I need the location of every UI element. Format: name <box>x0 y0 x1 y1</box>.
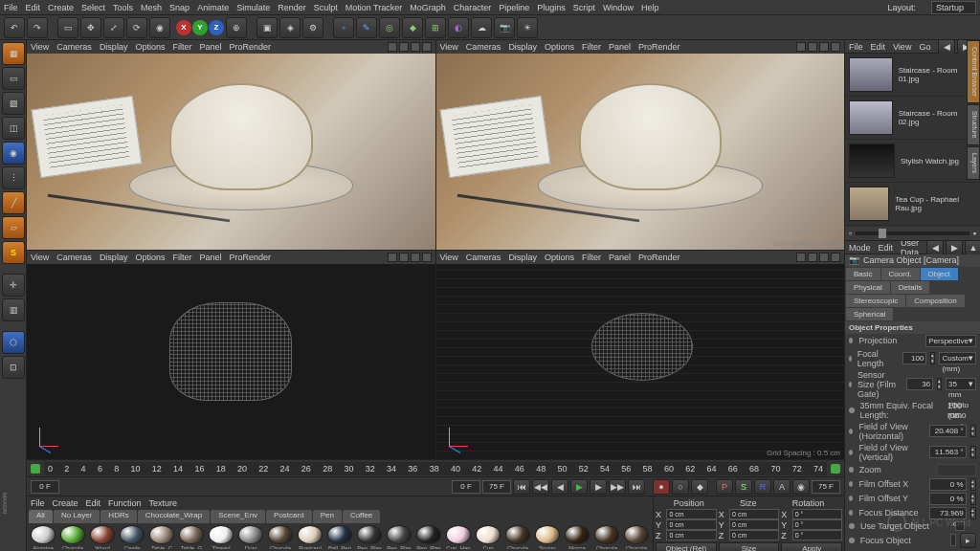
add-nurbs-button[interactable]: ◎ <box>379 17 400 38</box>
spinner[interactable]: ▴▾ <box>970 507 976 519</box>
menu-script[interactable]: Script <box>573 3 595 12</box>
material-item[interactable]: Pen_Plas <box>355 525 384 549</box>
menu-render[interactable]: Render <box>278 3 306 12</box>
pick-button[interactable]: ▸ <box>960 533 976 548</box>
x-axis-icon[interactable]: X <box>176 20 191 35</box>
attr-dropdown[interactable]: 35 mm Photo (36.0 mm)▾ <box>946 378 976 390</box>
browser-item[interactable]: Staircase - Room 02.jpg <box>845 97 980 140</box>
menu-simulate[interactable]: Simulate <box>236 3 270 12</box>
material-item[interactable]: Pen_Plas <box>385 525 413 549</box>
next-key-button[interactable]: ▶▶ <box>609 479 626 495</box>
material-item[interactable]: Pen_Plas <box>414 525 443 549</box>
goto-end-button[interactable]: ⏭ <box>628 479 645 495</box>
menu-file[interactable]: File <box>4 3 18 12</box>
material-item[interactable]: Cup <box>474 525 502 549</box>
material-item[interactable]: Chocola <box>58 525 87 549</box>
attr-tab[interactable]: Composition <box>906 295 964 307</box>
vp-menu-cameras[interactable]: Cameras <box>56 42 92 52</box>
viewport-bottom-right[interactable]: View Cameras Display Options Filter Pane… <box>436 251 845 460</box>
axis-lock[interactable]: X Y Z <box>176 20 224 35</box>
menu-help[interactable]: Help <box>641 3 659 12</box>
material-item[interactable]: Thread <box>207 525 235 549</box>
spinner[interactable]: ▴▾ <box>970 446 976 458</box>
attr-input[interactable]: 0 % <box>929 478 966 491</box>
record-button[interactable]: ● <box>653 479 670 495</box>
vp-menu-display[interactable]: Display <box>100 42 128 52</box>
attr-menu-mode[interactable]: Mode <box>849 243 871 253</box>
menu-plugins[interactable]: Plugins <box>537 3 566 12</box>
attr-input[interactable]: 36 <box>906 378 933 390</box>
next-frame-button[interactable]: ▶ <box>590 479 607 495</box>
vp-menu-view[interactable]: View <box>31 42 49 52</box>
add-light-button[interactable]: ☀ <box>517 17 538 38</box>
menu-pipeline[interactable]: Pipeline <box>499 3 529 12</box>
vp-menu-prorender[interactable]: ProRender <box>229 42 271 52</box>
material-tab[interactable]: Postcard <box>266 510 312 523</box>
timeline[interactable]: 0246810121416182022242628303234363840424… <box>27 459 844 476</box>
move-button[interactable]: ✥ <box>80 17 101 38</box>
goto-start-button[interactable]: ⏮ <box>513 479 530 495</box>
range-end-field[interactable]: 75 F <box>482 480 511 494</box>
current-frame-field[interactable]: 0 F <box>31 480 59 494</box>
scale-key-button[interactable]: S <box>735 479 752 495</box>
attr-up-button[interactable]: ▲ <box>965 241 980 255</box>
attr-tab[interactable]: Details <box>891 281 929 294</box>
rot-input[interactable]: 0 ° <box>792 509 842 519</box>
spinner[interactable]: ▴▾ <box>970 478 976 491</box>
slider-handle[interactable] <box>879 229 886 238</box>
timeline-marker-icon[interactable] <box>31 464 40 474</box>
polygons-mode-button[interactable]: ▱ <box>2 216 25 239</box>
menu-motiontracker[interactable]: Motion Tracker <box>345 3 403 12</box>
add-cube-button[interactable]: ▫ <box>333 17 354 38</box>
mat-menu-create[interactable]: Create <box>53 498 78 508</box>
add-generator-button[interactable]: ◆ <box>402 17 423 38</box>
material-item[interactable]: Chocola <box>266 525 295 549</box>
material-item[interactable]: Castle <box>118 525 146 549</box>
vp-menu-filter[interactable]: Filter <box>172 42 191 52</box>
browser-menu-go[interactable]: Go <box>919 42 930 52</box>
param-dot-icon[interactable] <box>849 382 852 387</box>
viewport-solo-button[interactable]: ▥ <box>2 298 25 321</box>
snap-button[interactable]: ⬡ <box>2 331 25 354</box>
spinner[interactable]: ▴▾ <box>937 378 942 390</box>
attr-tab[interactable]: Object <box>921 268 958 280</box>
rot-input[interactable]: 0 ° <box>792 519 842 530</box>
layout-dropdown[interactable]: Startup <box>931 1 976 14</box>
thumb-size-slider[interactable]: ▫ ▪ <box>845 227 980 240</box>
menu-window[interactable]: Window <box>603 3 634 12</box>
param-dot-icon[interactable] <box>849 338 853 343</box>
material-item[interactable]: Ball_Pen <box>325 525 354 549</box>
attr-tab[interactable]: Basic <box>846 268 880 280</box>
param-dot-icon[interactable] <box>849 356 852 362</box>
attr-input[interactable]: 100 <box>902 352 927 364</box>
attr-back-button[interactable]: ◀ <box>926 241 944 255</box>
browser-menu-file[interactable]: File <box>849 42 863 52</box>
side-tab-browser[interactable]: Content Browser <box>967 40 980 103</box>
attr-tab[interactable]: Coord. <box>881 268 920 280</box>
menu-select[interactable]: Select <box>81 3 105 12</box>
add-environment-button[interactable]: ☁ <box>471 17 492 38</box>
browser-item[interactable]: Tea Cup - Raphael Rau.jpg <box>845 183 980 226</box>
mat-menu-file[interactable]: File <box>31 498 45 508</box>
vp-nav-icon[interactable] <box>399 42 409 52</box>
spinner[interactable]: ▴▾ <box>930 352 935 364</box>
attr-dropdown[interactable]: Perspective▾ <box>925 335 976 347</box>
size-input[interactable]: 0 cm <box>729 509 779 519</box>
coord-system-button[interactable]: ⊕ <box>226 17 247 38</box>
material-tab[interactable]: Scene_Env <box>211 510 265 523</box>
side-tab-structure[interactable]: Structure <box>967 104 980 144</box>
spinner[interactable]: ▴▾ <box>970 493 976 505</box>
attr-tab[interactable]: Spherical <box>846 308 893 320</box>
menu-mograph[interactable]: MoGraph <box>410 3 446 12</box>
attr-tab[interactable]: Physical <box>846 281 890 294</box>
end-frame-field[interactable]: 75 F <box>812 480 840 494</box>
vp-nav-icon[interactable] <box>422 42 432 52</box>
make-editable-button[interactable]: ▦ <box>2 42 25 65</box>
uv-points-button[interactable]: S <box>2 241 25 264</box>
locked-workplane-button[interactable]: ⊡ <box>2 356 25 379</box>
viewport-top-left[interactable]: View Cameras Display Options Filter Pane… <box>27 40 435 250</box>
param-dot-icon[interactable] <box>849 510 853 516</box>
size-input[interactable]: 0 cm <box>729 530 779 540</box>
material-tab[interactable]: Chocolate_Wrap <box>138 510 210 523</box>
param-dot-icon[interactable] <box>849 523 855 529</box>
